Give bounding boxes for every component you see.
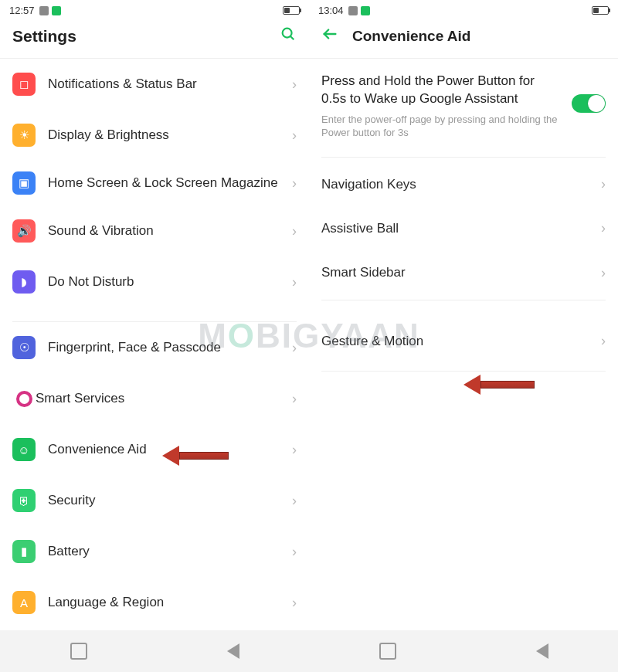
row-label: Do Not Disturb [48,273,292,290]
homescreen-icon: ▣ [12,171,36,195]
nav-back-button[interactable] [536,643,548,659]
toggle-switch[interactable] [572,94,606,113]
chevron-right-icon: › [601,333,606,349]
row-label: Fingerprint, Face & Passcode [48,339,292,355]
display-icon: ☀ [12,124,36,147]
row-convenience-aid[interactable]: ☺ Convenience Aid › [0,424,309,475]
row-label: Home Screen & Lock Screen Magazine [48,175,292,191]
status-time: 12:57 [9,5,35,16]
row-fingerprint[interactable]: ☉ Fingerprint, Face & Passcode › [0,322,309,373]
row-label: Notifications & Status Bar [48,76,292,92]
sound-icon: 🔊 [12,219,36,243]
dnd-icon: ◗ [12,270,36,294]
battery-setting-icon: ▮ [12,540,36,563]
row-security[interactable]: ⛨ Security › [0,475,309,526]
smart-services-icon [12,387,36,410]
toggle-subtitle: Enter the power-off page by pressing and… [321,113,561,140]
chevron-right-icon: › [292,274,297,290]
row-display[interactable]: ☀ Display & Brightness › [0,110,309,161]
svg-point-0 [283,29,292,38]
toggle-title: Press and Hold the Power Button for 0.5s… [321,73,561,108]
row-gesture-motion[interactable]: Gesture & Motion › [309,319,618,363]
chevron-right-icon: › [292,544,297,560]
power-button-assistant-toggle-row[interactable]: Press and Hold the Power Button for 0.5s… [309,59,618,149]
row-label: Smart Services [36,390,292,406]
row-smart-services[interactable]: Smart Services › [0,373,309,424]
row-sound[interactable]: 🔊 Sound & Vibration › [0,205,309,256]
convenience-aid-icon: ☺ [12,438,36,461]
back-button[interactable] [321,25,338,47]
status-indicator-2-icon [52,6,61,15]
status-indicator-2-icon [361,6,370,15]
chevron-right-icon: › [292,175,297,192]
language-icon: A [12,591,36,614]
svg-line-1 [290,36,294,39]
row-label: Battery [48,543,292,559]
page-title: Convenience Aid [352,28,606,45]
status-indicator-1-icon [39,6,49,15]
chevron-right-icon: › [292,391,297,407]
status-time: 13:04 [318,5,344,16]
row-homescreen[interactable]: ▣ Home Screen & Lock Screen Magazine › [0,161,309,205]
nav-recent-button[interactable] [70,643,87,660]
row-dnd[interactable]: ◗ Do Not Disturb › [0,256,309,307]
nav-recent-button[interactable] [379,643,396,660]
chevron-right-icon: › [292,76,297,93]
chevron-right-icon: › [292,127,297,144]
battery-icon [283,6,300,15]
row-language[interactable]: A Language & Region › [0,577,309,628]
nav-back-button[interactable] [227,643,239,659]
row-label: Security [48,492,292,508]
convenience-aid-screen: 13:04 Convenience Aid Press and Hold the… [309,0,618,672]
chevron-right-icon: › [601,220,606,236]
chevron-right-icon: › [601,265,606,281]
row-notifications[interactable]: ◻ Notifications & Status Bar › [0,59,309,110]
row-label: Smart Sidebar [321,264,601,280]
row-label: Display & Brightness [48,127,292,143]
security-icon: ⛨ [12,489,36,512]
annotation-arrow-right [464,375,535,395]
fingerprint-icon: ☉ [12,336,36,359]
screen-header: Settings [0,18,309,59]
chevron-right-icon: › [292,595,297,611]
row-assistive-ball[interactable]: Assistive Ball › [309,206,618,250]
row-smart-sidebar[interactable]: Smart Sidebar › [309,250,618,294]
page-title: Settings [12,27,280,46]
row-battery[interactable]: ▮ Battery › [0,526,309,577]
screen-header: Convenience Aid [309,18,618,59]
battery-icon [592,6,609,15]
settings-screen: 12:57 Settings ◻ Notifications & Status … [0,0,309,672]
status-bar: 12:57 [0,0,309,18]
nav-bar [309,630,618,672]
row-label: Assistive Ball [321,220,601,236]
chevron-right-icon: › [292,340,297,356]
row-label: Navigation Keys [321,176,601,192]
chevron-right-icon: › [601,176,606,192]
row-label: Language & Region [48,594,292,610]
row-label: Gesture & Motion [321,333,601,349]
chevron-right-icon: › [292,223,297,239]
annotation-arrow-left [162,446,229,466]
search-icon[interactable] [280,25,297,47]
row-navigation-keys[interactable]: Navigation Keys › [309,162,618,206]
row-label: Sound & Vibration [48,222,292,239]
notifications-icon: ◻ [12,73,36,96]
nav-bar [0,630,309,672]
status-bar: 13:04 [309,0,618,18]
status-indicator-1-icon [348,6,358,15]
chevron-right-icon: › [292,493,297,509]
chevron-right-icon: › [292,442,297,458]
